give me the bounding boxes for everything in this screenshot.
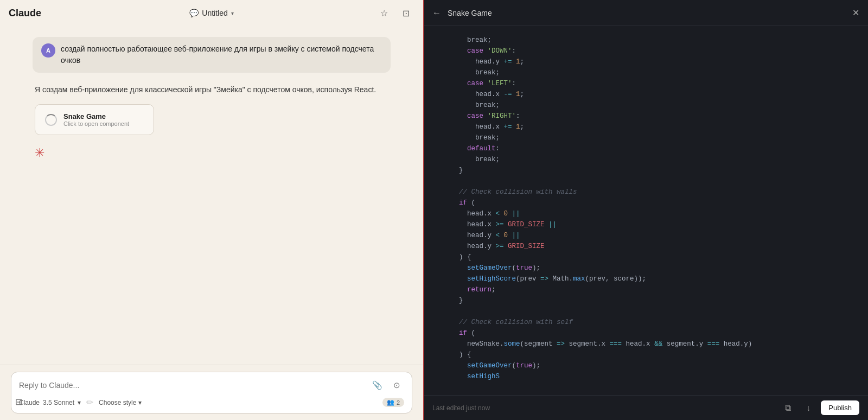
component-title: Snake Game bbox=[63, 112, 129, 120]
code-line: ) { bbox=[435, 252, 857, 263]
user-avatar: A bbox=[41, 43, 55, 58]
input-footer: Claude 3.5 Sonnet ▾ ✏ Choose style ▾ 👥 2 bbox=[19, 397, 404, 408]
code-line: setGameOver(true); bbox=[435, 263, 857, 273]
code-line: break; bbox=[435, 132, 857, 143]
app-logo: Claude bbox=[9, 8, 41, 19]
code-body[interactable]: break; case 'DOWN': head.y += 1; break; … bbox=[424, 26, 868, 395]
assistant-text: Я создам веб-приложение для классической… bbox=[35, 84, 388, 96]
sidebar-toggle[interactable]: ⊟ bbox=[11, 394, 26, 409]
title-dropdown-icon[interactable]: ▾ bbox=[231, 10, 234, 16]
divider: ✏ bbox=[86, 397, 93, 408]
last-edited-text: Last edited just now bbox=[432, 404, 490, 412]
code-line: // Check collision with self bbox=[435, 317, 857, 328]
input-row: 📎 ⊙ bbox=[19, 378, 404, 393]
users-badge: 👥 2 bbox=[382, 398, 404, 407]
close-button[interactable]: ✕ bbox=[852, 8, 859, 18]
code-line: head.y >= GRID_SIZE bbox=[435, 241, 857, 252]
user-message: A создай полностью работающее веб-прилож… bbox=[33, 37, 391, 73]
code-line: if ( bbox=[435, 328, 857, 339]
bottom-bar: 📎 ⊙ Claude 3.5 Sonnet ▾ ✏ Choose style ▾ bbox=[0, 365, 423, 420]
left-panel: Claude 💬 Untitled ▾ ☆ ⊡ A создай полност… bbox=[0, 0, 423, 420]
copy-button[interactable]: ⧉ bbox=[780, 400, 796, 416]
chat-area: A создай полностью работающее веб-прилож… bbox=[0, 26, 423, 365]
top-bar-actions: ☆ ⊡ bbox=[375, 4, 414, 22]
footer-actions: ⧉ ↓ Publish bbox=[780, 400, 859, 416]
attach-button[interactable]: 📎 bbox=[369, 378, 385, 393]
style-selector[interactable]: Choose style ▾ bbox=[99, 399, 142, 406]
code-line: ) { bbox=[435, 349, 857, 360]
model-version: 3.5 Sonnet bbox=[43, 399, 74, 406]
model-dropdown-icon: ▾ bbox=[78, 399, 81, 406]
code-line: break; bbox=[435, 67, 857, 78]
code-line: setHighScore(prev => Math.max(prev, scor… bbox=[435, 273, 857, 284]
code-line: } bbox=[435, 295, 857, 306]
code-header: ← Snake Game ✕ bbox=[424, 0, 868, 26]
voice-button[interactable]: ⊙ bbox=[389, 378, 404, 393]
top-bar: Claude 💬 Untitled ▾ ☆ ⊡ bbox=[0, 0, 423, 26]
back-button[interactable]: ← bbox=[432, 8, 441, 18]
thinking-indicator: ✳ bbox=[35, 146, 388, 160]
chat-input[interactable] bbox=[19, 381, 365, 390]
model-selector[interactable]: Claude 3.5 Sonnet ▾ bbox=[19, 399, 81, 406]
code-line: } bbox=[435, 165, 857, 176]
component-info: Snake Game Click to open component bbox=[63, 112, 129, 127]
code-line: break; bbox=[435, 35, 857, 46]
code-panel-title: Snake Game bbox=[448, 9, 492, 17]
download-button[interactable]: ↓ bbox=[800, 400, 816, 416]
code-line: head.x += 1; bbox=[435, 122, 857, 132]
code-line: default: bbox=[435, 143, 857, 154]
assistant-message: Я создам веб-приложение для классической… bbox=[33, 84, 391, 160]
code-line: newSnake.some(segment => segment.x === h… bbox=[435, 339, 857, 349]
right-panel: ← Snake Game ✕ break; case 'DOWN': head.… bbox=[423, 0, 868, 420]
users-count: 2 bbox=[397, 399, 400, 406]
code-line: setGameOver(true); bbox=[435, 360, 857, 371]
code-line: setHighS bbox=[435, 371, 857, 382]
code-line: // Check collision with walls bbox=[435, 187, 857, 198]
code-line: head.y += 1; bbox=[435, 56, 857, 67]
asterisk-icon: ✳ bbox=[35, 146, 44, 160]
code-line: head.y < 0 || bbox=[435, 230, 857, 241]
code-line: case 'LEFT': bbox=[435, 78, 857, 89]
code-line: case 'DOWN': bbox=[435, 46, 857, 56]
share-button[interactable]: ⊡ bbox=[397, 4, 414, 22]
user-message-text: создай полностью работающее веб-приложен… bbox=[61, 43, 382, 66]
publish-button[interactable]: Publish bbox=[821, 400, 859, 415]
code-line: break; bbox=[435, 154, 857, 165]
code-line: head.x -= 1; bbox=[435, 89, 857, 100]
component-card[interactable]: Snake Game Click to open component bbox=[35, 104, 154, 135]
conversation-icon: 💬 bbox=[189, 9, 199, 17]
style-dropdown-icon: ▾ bbox=[138, 399, 142, 406]
code-line: head.x >= GRID_SIZE || bbox=[435, 219, 857, 230]
code-line: return; bbox=[435, 284, 857, 295]
conversation-title[interactable]: Untitled bbox=[202, 9, 227, 17]
code-line bbox=[435, 306, 857, 317]
loading-spinner bbox=[45, 114, 57, 126]
code-footer: Last edited just now ⧉ ↓ Publish bbox=[424, 395, 868, 420]
code-line: case 'RIGHT': bbox=[435, 111, 857, 122]
component-subtitle: Click to open component bbox=[63, 120, 129, 127]
code-line: if ( bbox=[435, 198, 857, 208]
style-label: Choose style bbox=[99, 399, 136, 406]
code-line: break; bbox=[435, 100, 857, 111]
code-line: head.x < 0 || bbox=[435, 208, 857, 219]
star-button[interactable]: ☆ bbox=[375, 4, 393, 22]
input-box: 📎 ⊙ Claude 3.5 Sonnet ▾ ✏ Choose style ▾ bbox=[11, 372, 412, 413]
code-line bbox=[435, 176, 857, 187]
users-icon: 👥 bbox=[387, 399, 394, 406]
title-area: 💬 Untitled ▾ bbox=[189, 0, 233, 26]
